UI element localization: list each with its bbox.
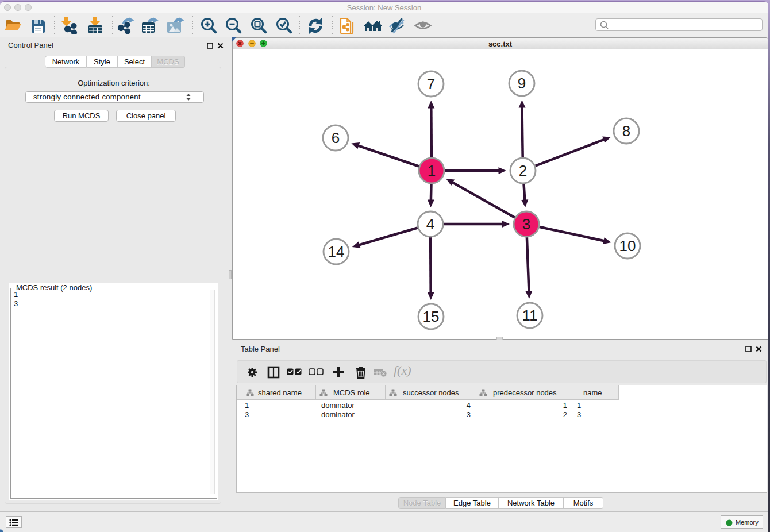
- svg-text:11: 11: [522, 307, 538, 324]
- svg-text:8: 8: [622, 122, 630, 140]
- svg-text:14: 14: [328, 243, 345, 260]
- svg-text:15: 15: [423, 308, 440, 325]
- svg-text:9: 9: [518, 75, 526, 92]
- svg-text:2: 2: [519, 162, 527, 179]
- svg-text:6: 6: [332, 129, 340, 147]
- svg-text:7: 7: [427, 75, 435, 92]
- svg-text:3: 3: [522, 215, 530, 233]
- svg-text:10: 10: [619, 237, 636, 255]
- svg-text:4: 4: [426, 215, 434, 233]
- svg-text:1: 1: [428, 162, 436, 179]
